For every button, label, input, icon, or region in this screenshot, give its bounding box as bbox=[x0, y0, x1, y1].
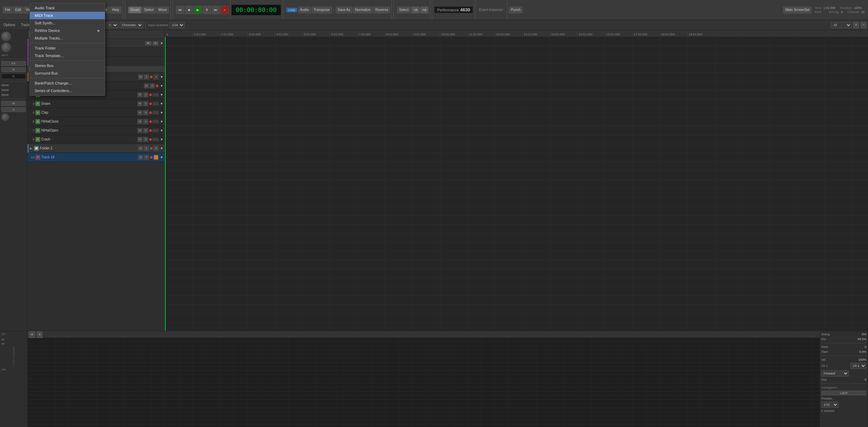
drums-a[interactable]: A bbox=[154, 75, 158, 79]
normalize-btn[interactable]: Normalize bbox=[353, 7, 372, 13]
t18-a[interactable]: A bbox=[154, 155, 158, 160]
menu-help[interactable]: Help bbox=[110, 7, 121, 13]
t7-dropdown[interactable]: ▼ bbox=[160, 129, 163, 132]
grid-area[interactable] bbox=[165, 37, 868, 331]
t3-dropdown[interactable]: ▼ bbox=[160, 93, 163, 97]
latch-btn[interactable]: Latch bbox=[821, 391, 866, 395]
fx-chain-m[interactable]: M bbox=[145, 41, 152, 45]
menu-item-series-controllers[interactable]: Series of Controllers... bbox=[30, 87, 105, 94]
t2-s[interactable]: S bbox=[150, 83, 155, 88]
pause-btn[interactable]: ⏸ bbox=[203, 6, 211, 14]
t5-dropdown[interactable]: ▼ bbox=[160, 111, 163, 114]
f2-a[interactable]: A bbox=[154, 146, 158, 151]
ff-btn[interactable]: ⏭ bbox=[212, 6, 220, 14]
all-select[interactable]: All bbox=[831, 22, 852, 28]
rewind-btn[interactable]: ⏮ bbox=[176, 6, 184, 14]
loop-btn[interactable]: Loop bbox=[286, 8, 297, 12]
m-btn[interactable]: M bbox=[1, 101, 26, 106]
t3-r[interactable] bbox=[149, 93, 152, 96]
menu-item-multiple-tracks[interactable]: Multiple Tracks... bbox=[30, 34, 105, 42]
drums-s[interactable]: S bbox=[144, 75, 149, 79]
t2-dropdown[interactable]: ▼ bbox=[160, 84, 163, 88]
menu-item-rewire-device[interactable]: ReWire Device ▶ bbox=[30, 27, 105, 34]
menu-item-surround-bus[interactable]: Surround Bus bbox=[30, 69, 105, 77]
smart-tool[interactable]: Smart bbox=[128, 7, 142, 13]
folder2-expand[interactable]: ▶ bbox=[30, 147, 32, 150]
main-screenset-btn[interactable]: Main ScreenSet bbox=[783, 7, 812, 13]
t4-r[interactable] bbox=[149, 102, 152, 105]
play-btn[interactable]: ▶ bbox=[194, 6, 202, 14]
drums-m[interactable]: M bbox=[138, 75, 143, 79]
t4-s[interactable]: S bbox=[143, 101, 148, 106]
ch-select[interactable]: Ch 1 bbox=[850, 363, 866, 369]
mode-select[interactable]: ChromaticMajorMinor bbox=[120, 22, 143, 28]
t5-m[interactable]: M bbox=[137, 110, 142, 115]
t5-s[interactable]: S bbox=[143, 110, 148, 115]
quantize-select[interactable]: 1/161/81/4 bbox=[169, 22, 185, 28]
select-tool[interactable]: Select bbox=[142, 7, 156, 13]
midi-solo-btn[interactable]: S bbox=[37, 331, 43, 338]
t7-r[interactable] bbox=[149, 129, 152, 132]
t18-s[interactable]: S bbox=[144, 155, 149, 160]
t18-dropdown[interactable]: ▼ bbox=[160, 156, 163, 159]
key-select[interactable]: CDEFGAB bbox=[107, 22, 118, 28]
main-knob-1[interactable] bbox=[1, 32, 11, 41]
record-btn[interactable]: ● bbox=[221, 6, 229, 14]
pan-knob[interactable] bbox=[1, 113, 9, 121]
t2-r[interactable] bbox=[156, 85, 158, 87]
t18-r[interactable] bbox=[150, 156, 153, 159]
dir-select[interactable]: Forward bbox=[821, 370, 849, 377]
t3-s[interactable]: S bbox=[143, 92, 148, 97]
t2-m[interactable]: M bbox=[144, 83, 149, 88]
menu-item-midi-track[interactable]: MIDI Track bbox=[30, 12, 105, 19]
save-as-btn[interactable]: Save As bbox=[336, 7, 353, 13]
f2-m[interactable]: M bbox=[138, 146, 143, 151]
menu-file[interactable]: File bbox=[3, 7, 12, 13]
fx-chain-dropdown[interactable]: ▼ bbox=[160, 42, 163, 45]
menu-item-audio-track[interactable]: Audio Track bbox=[30, 4, 105, 12]
transpose-btn[interactable]: Transpose bbox=[312, 7, 332, 13]
menu-item-bank-patch[interactable]: Bank/Patch Change... bbox=[30, 79, 105, 87]
options-menu[interactable]: Options bbox=[1, 22, 17, 27]
menu-edit[interactable]: Edit bbox=[13, 7, 23, 13]
t8-r[interactable] bbox=[149, 138, 152, 141]
t8-m[interactable]: M bbox=[137, 137, 142, 142]
t5-r[interactable] bbox=[149, 111, 152, 114]
r-btn[interactable]: R bbox=[1, 67, 26, 72]
f2-s[interactable]: S bbox=[144, 146, 149, 151]
t8-s[interactable]: S bbox=[143, 137, 148, 142]
main-knob-2[interactable] bbox=[1, 43, 11, 52]
punch-btn[interactable]: Punch bbox=[509, 7, 523, 13]
t8-dropdown[interactable]: ▼ bbox=[160, 138, 163, 141]
f2-dropdown[interactable]: ▼ bbox=[160, 147, 163, 150]
zoom-out-btn[interactable]: − bbox=[860, 22, 867, 29]
t6-m[interactable]: M bbox=[137, 119, 142, 124]
t6-dropdown[interactable]: ▼ bbox=[160, 120, 163, 123]
t7-s[interactable]: S bbox=[143, 128, 148, 133]
move-tool[interactable]: Move bbox=[156, 7, 169, 13]
audio-btn[interactable]: Audio bbox=[298, 7, 311, 13]
ab-btn-2[interactable]: AB bbox=[420, 7, 429, 13]
t3-m[interactable]: M bbox=[137, 92, 142, 97]
t7-m[interactable]: M bbox=[137, 128, 142, 133]
menu-item-stereo-bus[interactable]: Stereo Bus bbox=[30, 62, 105, 69]
menu-item-soft-synth[interactable]: Soft Synth... bbox=[30, 19, 105, 27]
t4-dropdown[interactable]: ▼ bbox=[160, 102, 163, 105]
ab-btn-1[interactable]: AB bbox=[411, 7, 420, 13]
t4-m[interactable]: M bbox=[137, 101, 142, 106]
piano-roll-area[interactable] bbox=[27, 338, 820, 427]
reverse-btn[interactable]: Reverse bbox=[373, 7, 390, 13]
f2-r[interactable] bbox=[150, 147, 153, 150]
select-btn[interactable]: Select bbox=[397, 7, 411, 13]
arp-rate-select[interactable]: 1/15 bbox=[821, 402, 838, 408]
zoom-in-btn[interactable]: + bbox=[853, 22, 859, 29]
menu-item-track-template[interactable]: Track Template... bbox=[30, 52, 105, 59]
s-btn[interactable]: S bbox=[1, 107, 26, 112]
t6-s[interactable]: S bbox=[143, 119, 148, 124]
drums-dropdown[interactable]: ▼ bbox=[160, 75, 163, 79]
t6-r[interactable] bbox=[149, 120, 152, 123]
menu-item-track-folder[interactable]: Track Folder bbox=[30, 44, 105, 52]
velocity-slider[interactable] bbox=[13, 346, 14, 367]
fx-chain-s[interactable]: S bbox=[153, 41, 158, 45]
fx-btn[interactable]: FX bbox=[1, 61, 26, 66]
